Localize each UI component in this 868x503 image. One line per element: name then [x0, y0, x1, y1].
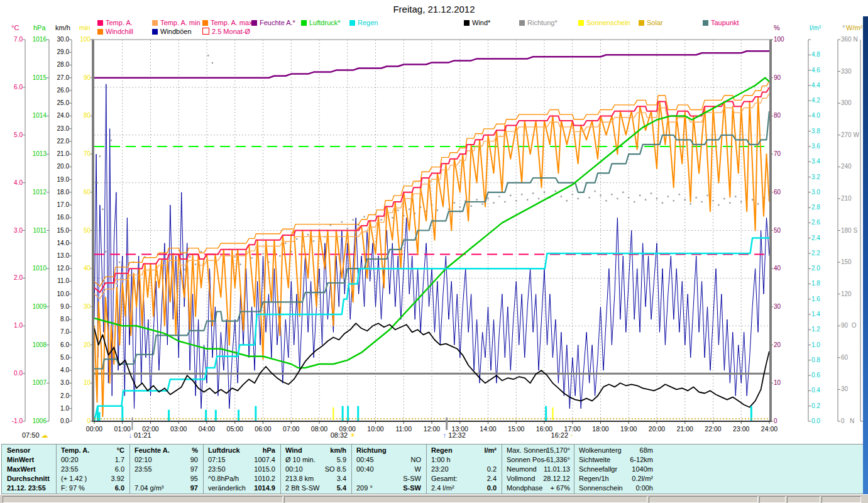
series-richtung — [380, 219, 382, 220]
table-info-value: 6-12km — [620, 455, 653, 465]
series-richtung — [487, 198, 488, 199]
series-richtung — [611, 194, 612, 195]
status-bar-panel — [3, 496, 283, 503]
series-richtung — [639, 195, 640, 196]
series-richtung — [600, 195, 601, 196]
table-column-header: Luftdruck — [208, 446, 247, 455]
series-richtung — [470, 206, 471, 207]
table-cell-value: 1014.9 — [242, 484, 276, 493]
series-richtung — [437, 209, 438, 211]
series-temp-a-max — [94, 81, 769, 286]
table-cell-value: 5.9 — [316, 455, 347, 465]
table-info-value: 11.01.13 — [541, 465, 570, 474]
time-marker: ↓ 01:21 — [128, 431, 151, 439]
status-bar-panel — [284, 496, 647, 503]
x-axis-hour-label: 21:00 — [673, 425, 698, 433]
table-column-divider — [129, 445, 130, 494]
table-row-header: Sensor — [7, 446, 55, 455]
series-richtung — [757, 203, 759, 204]
table-cell-value: 1015.0 — [242, 465, 276, 474]
series-richtung — [572, 194, 573, 195]
series-richtung — [116, 283, 118, 284]
table-info-value: 1040m — [620, 465, 653, 474]
table-row-header: Durchschnitt — [7, 474, 55, 484]
series-richtung — [578, 198, 579, 199]
table-info-value: 68m — [620, 446, 653, 455]
series-richtung — [212, 62, 213, 64]
series-richtung — [679, 194, 680, 195]
table-column-unit: hPa — [242, 446, 276, 455]
series-richtung — [651, 192, 652, 194]
table-cell-value: W — [389, 465, 422, 474]
arrow-down-icon: ↓ — [128, 431, 132, 439]
status-bar-panel — [821, 496, 861, 503]
sun-cloud-icon: ☁ — [41, 431, 48, 439]
status-bar — [0, 494, 868, 503]
series-richtung — [363, 216, 365, 217]
series-richtung — [481, 203, 483, 204]
table-row-header: 21.12. 23:55 — [7, 484, 55, 493]
x-axis-hour-label: 22:00 — [701, 425, 726, 433]
series-richtung — [262, 253, 263, 254]
stats-table: SensorMinWertMaxWertDurchschnitt21.12. 2… — [1, 444, 864, 494]
series-richtung — [729, 202, 730, 203]
marker-time-label: 01:21 — [134, 431, 151, 439]
table-cell-value: S-SW — [389, 474, 422, 484]
series-richtung — [594, 191, 595, 192]
table-column-unit: % — [167, 446, 199, 455]
table-column-divider — [574, 445, 574, 494]
table-cell-value: 1010.2 — [242, 474, 276, 484]
table-cell-value: 6.0 — [93, 465, 125, 474]
series-richtung — [605, 200, 607, 201]
window-edge-decoration — [863, 16, 868, 494]
table-info-value: 0:00h — [620, 484, 653, 493]
series-richtung — [656, 198, 657, 199]
series-richtung — [521, 194, 522, 195]
series-richtung — [313, 240, 314, 241]
time-marker: 08:32 ☀ — [331, 431, 356, 439]
series-richtung — [454, 202, 455, 203]
table-info-value: -61,336° — [541, 455, 570, 465]
series-richtung — [392, 217, 393, 218]
series-richtung — [307, 234, 309, 235]
table-column-divider — [426, 445, 427, 494]
table-column-unit: km/h — [316, 446, 347, 455]
table-cell-value: 0.2 — [464, 465, 497, 474]
series-richtung — [566, 200, 568, 201]
table-cell-value: 95 — [167, 474, 199, 484]
table-cell-value: SO 8.5 — [316, 465, 347, 474]
series-richtung — [347, 228, 348, 229]
series-richtung — [459, 206, 461, 207]
series-richtung — [409, 209, 410, 210]
series-richtung — [285, 243, 286, 244]
table-row-header: MinWert — [7, 455, 55, 465]
x-axis-hour-label: 12:00 — [419, 425, 444, 433]
status-bar-panel — [759, 496, 786, 503]
series-richtung — [662, 202, 663, 203]
status-bar-panel — [649, 496, 758, 503]
table-cell-value: 97 — [167, 484, 199, 493]
series-richtung — [690, 203, 691, 204]
table-cell-value: NO — [389, 455, 422, 465]
table-cell-value: 97 — [167, 465, 199, 474]
marker-time-label: 12:32 — [448, 431, 466, 439]
table-cell-value: 2.4 — [464, 474, 497, 484]
chart-canvas[interactable] — [0, 0, 868, 444]
x-axis-hour-label: 24:00 — [757, 425, 782, 433]
series-richtung — [538, 198, 539, 199]
x-axis-hour-label: 00:00 — [82, 425, 107, 433]
x-axis-hour-label: 04:00 — [194, 425, 219, 433]
table-cell-label: 1:00 h — [431, 455, 473, 465]
series-richtung — [476, 199, 477, 200]
series-richtung — [99, 155, 101, 157]
table-column-divider — [280, 445, 281, 494]
series-richtung — [684, 199, 686, 200]
series-richtung — [341, 221, 343, 223]
x-axis-hour-label: 05:00 — [222, 425, 248, 433]
x-axis-hour-label: 14:00 — [476, 425, 501, 433]
series-richtung — [184, 269, 185, 270]
time-marker: ↑ 12:32 — [443, 431, 466, 439]
series-richtung — [544, 192, 545, 193]
series-richtung — [667, 196, 669, 197]
time-marker: 07:50 ☁ — [22, 431, 48, 439]
